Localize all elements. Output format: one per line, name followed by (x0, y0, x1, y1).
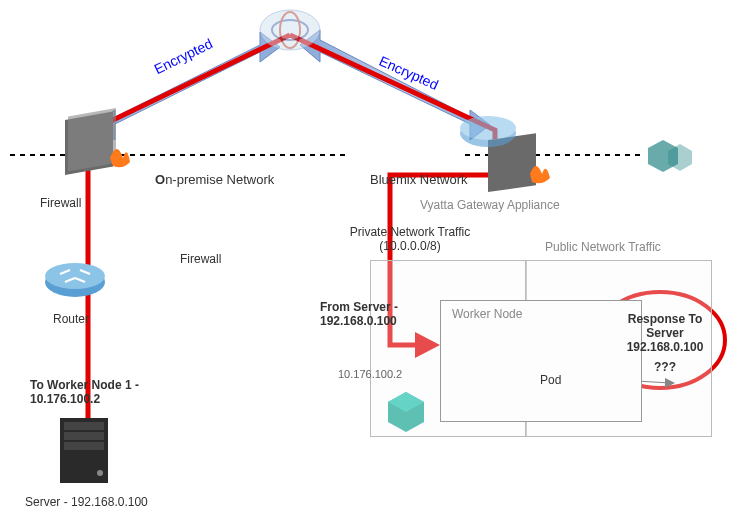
svg-marker-23 (648, 140, 678, 172)
svg-rect-15 (60, 418, 108, 483)
to-worker-label: To Worker Node 1 - 10.176.100.2 (30, 378, 170, 406)
svg-rect-16 (64, 422, 104, 430)
svg-point-21 (460, 119, 516, 147)
worker-ip-label: 10.176.100.2 (338, 368, 402, 380)
vyatta-label: Vyatta Gateway Appliance (420, 198, 560, 212)
svg-point-13 (45, 267, 105, 297)
firewall-label-left: Firewall (40, 196, 81, 210)
svg-rect-18 (64, 442, 104, 450)
svg-rect-11 (65, 112, 113, 175)
svg-point-8 (260, 10, 320, 50)
encrypted-label-left: Encrypted (151, 35, 215, 77)
svg-point-19 (97, 470, 103, 476)
onprem-network-label: On-premise Network (155, 172, 274, 187)
svg-point-14 (45, 263, 105, 289)
svg-point-10 (280, 12, 300, 48)
svg-point-9 (272, 20, 308, 40)
response-label: Response To Server 192.168.0.100 ??? (610, 312, 720, 374)
svg-marker-24 (668, 144, 692, 171)
server-label: Server - 192.168.0.100 (25, 495, 148, 509)
svg-rect-20 (488, 133, 536, 192)
public-traffic-title: Public Network Traffic (545, 240, 661, 254)
svg-point-22 (460, 116, 516, 140)
worker-node-label: Worker Node (452, 307, 522, 321)
bluemix-network-label: Bluemix Network (370, 172, 468, 187)
svg-marker-3 (300, 30, 490, 140)
encrypted-label-right: Encrypted (377, 53, 441, 93)
private-traffic-title: Private Network Traffic (10.0.0.0/8) (330, 225, 490, 253)
svg-rect-17 (64, 432, 104, 440)
firewall-label-center: Firewall (180, 252, 221, 266)
svg-rect-12 (68, 108, 116, 171)
from-server-label: From Server - 192.168.0.100 (320, 300, 430, 328)
router-label: Router (53, 312, 89, 326)
pod-label: Pod (540, 373, 561, 387)
